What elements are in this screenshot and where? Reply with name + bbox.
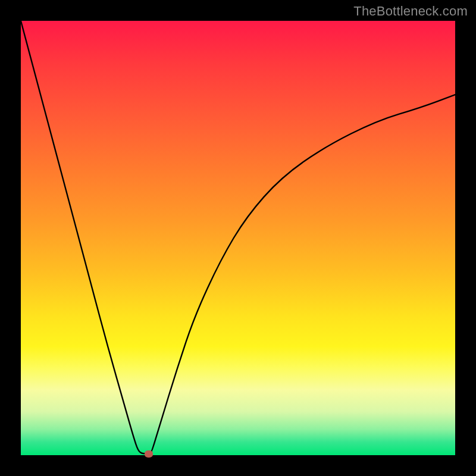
watermark-label: TheBottleneck.com [353, 4, 468, 19]
chart-frame: TheBottleneck.com [0, 0, 476, 476]
min-marker-icon [145, 450, 153, 458]
bottleneck-curve [21, 21, 455, 455]
plot-area [21, 21, 455, 455]
